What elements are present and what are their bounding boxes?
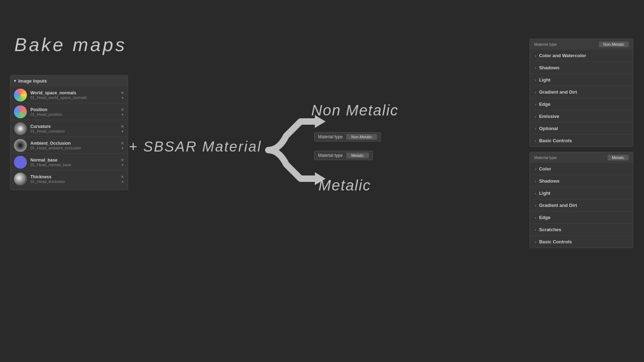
image-inputs-header[interactable]: ▾ Image inputs — [10, 75, 128, 86]
item-chevron-icon: › — [535, 228, 536, 232]
material-bar-metal: Material type Metalic — [314, 151, 373, 160]
item-chevron-icon: › — [535, 54, 536, 58]
image-inputs-panel: ▾ Image inputs World_space_normals 01_He… — [10, 75, 128, 190]
panel-item[interactable]: › Emissive — [530, 110, 633, 123]
panel-item[interactable]: › Basic Controls — [530, 236, 633, 248]
input-info: Normal_base 01_Head_normal_base — [30, 158, 121, 167]
non-metal-label: Non Metalic — [311, 102, 399, 119]
panel-item-label: Edge — [539, 215, 551, 220]
panel-m-header-label: Material type — [534, 155, 557, 160]
panel-nm-header: Material type Non-Metalic — [530, 39, 633, 50]
panel-item[interactable]: › Shadows — [530, 175, 633, 187]
dropdown-icon[interactable]: ▾ — [122, 146, 123, 150]
input-name: Thickness — [30, 174, 121, 179]
input-icon — [14, 139, 27, 152]
material-type-value-nm: Non-Metalic — [346, 134, 377, 140]
item-chevron-icon: › — [535, 215, 536, 220]
dropdown-icon[interactable]: ▾ — [122, 163, 123, 167]
panel-item[interactable]: › Basic Controls — [530, 135, 633, 147]
input-item[interactable]: Position 01_Head_position ✕ ▾ — [10, 103, 128, 120]
item-chevron-icon: › — [535, 66, 536, 70]
panel-m-header-value: Metalic — [608, 155, 629, 160]
panel-item[interactable]: › Scratches — [530, 224, 633, 236]
material-type-label-nm: Material type — [318, 134, 343, 139]
dropdown-icon[interactable]: ▾ — [122, 96, 123, 100]
item-chevron-icon: › — [535, 179, 536, 183]
panel-item[interactable]: › Edge — [530, 98, 633, 110]
item-chevron-icon: › — [535, 102, 536, 106]
dropdown-icon[interactable]: ▾ — [122, 113, 123, 116]
input-item[interactable]: Normal_base 01_Head_normal_base ✕ ▾ — [10, 154, 128, 170]
panel-item-label: Basic Controls — [539, 239, 572, 244]
input-item[interactable]: Ambient_Occlusion 01_Head_ambient_occlus… — [10, 137, 128, 154]
panel-m-items: › Color › Shadows › Light › Gradient and… — [530, 163, 633, 248]
panel-metalic: Material type Metalic › Color › Shadows … — [530, 152, 633, 248]
panel-item-label: Color — [539, 166, 551, 172]
input-sub: 01_Head_ambient_occlusion — [30, 146, 121, 150]
input-info: Position 01_Head_position — [30, 107, 121, 116]
input-icon — [14, 105, 27, 118]
panel-nm-header-label: Material type — [534, 42, 557, 46]
close-icon[interactable]: ✕ — [121, 158, 124, 162]
close-icon[interactable]: ✕ — [121, 141, 124, 145]
panel-item[interactable]: › Light — [530, 187, 633, 199]
panel-item[interactable]: › Edge — [530, 212, 633, 224]
input-sub: 01_Head_normal_base — [30, 163, 121, 167]
panel-item-label: Emissive — [539, 114, 559, 119]
panel-non-metalic: Material type Non-Metalic › Color and Wa… — [530, 39, 633, 147]
material-type-value-m: Metalic — [346, 153, 369, 158]
dropdown-icon[interactable]: ▾ — [122, 129, 123, 133]
input-item[interactable]: Curvature 01_Head_curvature ✕ ▾ — [10, 120, 128, 137]
panel-item[interactable]: › Optional — [530, 123, 633, 135]
panel-nm-items: › Color and Watercolor › Shadows › Light… — [530, 50, 633, 147]
close-icon[interactable]: ✕ — [121, 108, 124, 112]
input-controls: ✕ ▾ — [121, 91, 124, 100]
input-name: Position — [30, 107, 121, 112]
header-chevron-icon: ▾ — [14, 79, 16, 83]
panel-item-label: Light — [539, 77, 551, 83]
input-sub: 01_Head_curvature — [30, 129, 121, 133]
item-chevron-icon: › — [535, 167, 536, 171]
image-inputs-label: Image inputs — [18, 78, 47, 84]
item-chevron-icon: › — [535, 191, 536, 195]
close-icon[interactable]: ✕ — [121, 91, 124, 95]
panel-item[interactable]: › Shadows — [530, 62, 633, 74]
close-icon[interactable]: ✕ — [121, 175, 124, 179]
metal-label: Metalic — [318, 177, 371, 194]
input-icon — [14, 89, 27, 101]
sbsar-label: + SBSAR Material — [129, 139, 262, 155]
panel-item[interactable]: › Gradient and Dirt — [530, 199, 633, 212]
panel-item[interactable]: › Color — [530, 163, 633, 175]
input-controls: ✕ ▾ — [121, 108, 124, 116]
dropdown-icon[interactable]: ▾ — [122, 180, 123, 184]
item-chevron-icon: › — [535, 203, 536, 208]
input-name: World_space_normals — [30, 90, 121, 95]
input-controls: ✕ ▾ — [121, 141, 124, 150]
material-bar-nonmetal: Material type Non-Metalic — [314, 132, 381, 142]
input-info: Curvature 01_Head_curvature — [30, 124, 121, 133]
input-name: Ambient_Occlusion — [30, 141, 121, 146]
input-icon — [14, 122, 27, 135]
input-info: Ambient_Occlusion 01_Head_ambient_occlus… — [30, 141, 121, 150]
panel-item-label: Optional — [539, 126, 558, 131]
close-icon[interactable]: ✕ — [121, 124, 124, 129]
page-title: Bake maps — [14, 34, 127, 55]
input-sub: 01_Head_position — [30, 112, 121, 116]
input-name: Curvature — [30, 124, 121, 129]
panel-item-label: Edge — [539, 101, 551, 107]
panel-item-label: Shadows — [539, 178, 560, 184]
input-controls: ✕ ▾ — [121, 175, 124, 184]
input-item[interactable]: World_space_normals 01_Head_world_space_… — [10, 86, 128, 103]
input-item[interactable]: Thickness 01_Head_thickness ✕ ▾ — [10, 170, 128, 187]
input-controls: ✕ ▾ — [121, 124, 124, 133]
panel-item[interactable]: › Color and Watercolor — [530, 50, 633, 62]
item-chevron-icon: › — [535, 240, 536, 244]
input-icon — [14, 173, 27, 185]
panel-m-header: Material type Metalic — [530, 152, 633, 163]
item-chevron-icon: › — [535, 78, 536, 82]
input-name: Normal_base — [30, 158, 121, 163]
panel-item[interactable]: › Gradient and Dirt — [530, 86, 633, 98]
panel-item[interactable]: › Light — [530, 74, 633, 86]
input-items-container: World_space_normals 01_Head_world_space_… — [10, 86, 128, 187]
item-chevron-icon: › — [535, 90, 536, 94]
